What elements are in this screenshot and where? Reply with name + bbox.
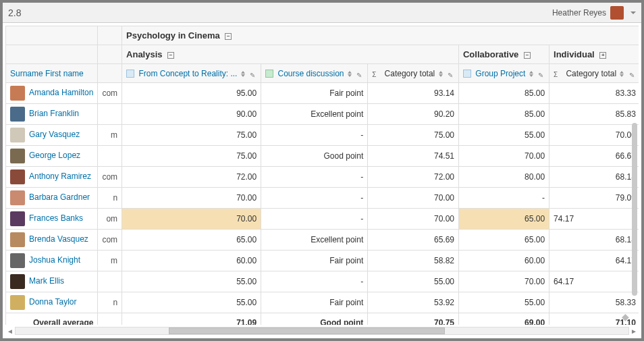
overall-cat-a: 70.75 xyxy=(434,318,454,325)
grade-cell[interactable]: 64.17 xyxy=(549,251,639,271)
grade-cell[interactable]: 74.17 xyxy=(549,209,639,230)
student-name-link[interactable]: George Lopez xyxy=(29,151,80,160)
scroll-left-icon[interactable]: ◄ xyxy=(5,326,15,336)
grade-cell[interactable]: 70.00 xyxy=(368,188,459,209)
grade-cell[interactable]: 58.82 xyxy=(368,251,459,271)
category-header-row: Analysis − Collaborative − Individual + xyxy=(6,45,639,64)
edit-icon[interactable] xyxy=(250,70,257,77)
grade-cell[interactable]: 64.17 xyxy=(549,271,639,292)
user-avatar xyxy=(610,6,624,20)
grade-cell[interactable]: 95.00 xyxy=(122,83,261,104)
student-name-link[interactable]: Donna Taylor xyxy=(29,297,77,307)
edit-icon[interactable] xyxy=(356,70,363,77)
grade-cell[interactable]: - xyxy=(261,209,368,230)
grade-cell[interactable]: 85.00 xyxy=(458,83,549,104)
grade-cell[interactable]: 70.00 xyxy=(122,209,261,230)
grade-cell[interactable]: Good point xyxy=(261,146,368,167)
student-name-link[interactable]: Joshua Knight xyxy=(29,255,80,265)
collapse-icon[interactable]: − xyxy=(167,52,174,59)
user-menu[interactable]: Heather Reyes xyxy=(552,6,636,20)
grade-cell[interactable]: 68.18 xyxy=(549,167,639,188)
grade-cell[interactable]: 66.67 xyxy=(549,146,639,167)
sort-icon[interactable] xyxy=(529,71,533,77)
grade-cell[interactable]: 68.18 xyxy=(549,230,639,251)
grade-cell[interactable]: 70.00 xyxy=(122,188,261,209)
grade-cell[interactable]: 58.33 xyxy=(549,292,639,313)
grade-cell[interactable]: 70.00 xyxy=(458,146,549,167)
student-name-link[interactable]: Barbara Gardner xyxy=(29,192,90,202)
student-name-link[interactable]: Gary Vasquez xyxy=(29,130,80,139)
sort-icon[interactable] xyxy=(439,71,443,77)
student-name-link[interactable]: Frances Banks xyxy=(29,213,83,223)
grade-cell[interactable]: 93.14 xyxy=(368,83,459,104)
grade-cell[interactable]: 72.00 xyxy=(122,167,261,188)
grade-cell[interactable]: 83.33 xyxy=(549,83,639,104)
expand-icon[interactable]: + xyxy=(599,52,606,59)
item-discussion-link[interactable]: Course discussion xyxy=(278,69,344,78)
grade-cell[interactable]: 80.00 xyxy=(458,167,549,188)
grade-cell[interactable]: 74.51 xyxy=(368,146,459,167)
grade-cell[interactable]: 55.00 xyxy=(122,271,261,292)
grade-cell[interactable]: 72.00 xyxy=(368,167,459,188)
edit-icon[interactable] xyxy=(448,70,454,77)
grade-cell[interactable]: 65.00 xyxy=(458,209,549,230)
grade-cell[interactable]: 75.00 xyxy=(122,146,261,167)
sort-icon[interactable] xyxy=(241,71,245,77)
student-avatar xyxy=(10,86,25,101)
grade-cell[interactable]: - xyxy=(261,167,368,188)
grade-cell[interactable]: 55.00 xyxy=(458,125,549,146)
student-name-link[interactable]: Anthony Ramirez xyxy=(29,172,91,181)
edit-icon[interactable] xyxy=(538,70,545,77)
grade-cell[interactable]: 65.00 xyxy=(122,230,261,251)
grade-cell[interactable]: Excellent point xyxy=(261,104,368,125)
horizontal-scrollbar[interactable]: ◄ ► xyxy=(5,326,639,336)
grade-cell[interactable]: 55.00 xyxy=(458,292,549,313)
sort-surname-link[interactable]: Surname xyxy=(10,69,43,78)
grade-cell[interactable]: - xyxy=(261,271,368,292)
sort-icon[interactable] xyxy=(620,71,624,77)
grade-cell[interactable]: 53.92 xyxy=(368,292,459,313)
forum-icon xyxy=(265,70,273,78)
grade-cell[interactable]: - xyxy=(261,188,368,209)
grade-cell[interactable]: Fair point xyxy=(261,251,368,271)
category-collaborative: Collaborative xyxy=(463,49,518,59)
grade-cell[interactable]: 90.00 xyxy=(122,104,261,125)
grade-cell[interactable]: 85.83 xyxy=(549,104,639,125)
student-name-link[interactable]: Amanda Hamilton xyxy=(29,88,93,97)
grade-cell[interactable]: 70.00 xyxy=(458,271,549,292)
grade-cell[interactable]: 75.00 xyxy=(122,125,261,146)
grade-cell[interactable]: - xyxy=(458,188,549,209)
sort-firstname-link[interactable]: First name xyxy=(45,69,84,78)
grade-cell[interactable]: Excellent point xyxy=(261,230,368,251)
grade-cell[interactable]: 79.09 xyxy=(549,188,639,209)
student-avatar xyxy=(10,107,25,122)
item-group-project-link[interactable]: Group Project xyxy=(475,69,525,78)
sort-icon[interactable] xyxy=(348,71,352,77)
student-row: Joshua Knightm60.00Fair point58.8260.006… xyxy=(6,251,639,271)
student-name-link[interactable]: Mark Ellis xyxy=(29,276,64,286)
grade-cell[interactable]: Fair point xyxy=(261,292,368,313)
student-name-link[interactable]: Brian Franklin xyxy=(29,109,79,118)
grade-cell[interactable]: 60.00 xyxy=(458,251,549,271)
item-concept-link[interactable]: From Concept to Reality: ... xyxy=(138,69,237,78)
grade-cell[interactable]: 70.00 xyxy=(549,125,639,146)
scroll-right-icon[interactable]: ► xyxy=(629,326,639,336)
grade-cell[interactable]: 55.00 xyxy=(122,292,261,313)
collapse-icon[interactable]: − xyxy=(524,52,531,59)
email-fragment: com xyxy=(98,167,122,188)
grade-cell[interactable]: 60.00 xyxy=(122,251,261,271)
grade-cell[interactable]: 55.00 xyxy=(368,271,459,292)
vertical-scrollbar[interactable] xyxy=(632,57,637,311)
gradebook-grid[interactable]: Psychology in Cinema − Analysis − Collab… xyxy=(5,26,639,325)
grade-cell[interactable]: 90.20 xyxy=(368,104,459,125)
student-row: Frances Banksom70.00-70.0065.0074.17Excl… xyxy=(6,209,639,230)
grade-cell[interactable]: 75.00 xyxy=(368,125,459,146)
student-name-link[interactable]: Brenda Vasquez xyxy=(29,234,88,244)
grade-cell[interactable]: 85.00 xyxy=(458,104,549,125)
grade-cell[interactable]: - xyxy=(261,125,368,146)
grade-cell[interactable]: Fair point xyxy=(261,83,368,104)
collapse-icon[interactable]: − xyxy=(225,33,232,40)
grade-cell[interactable]: 70.00 xyxy=(368,209,459,230)
grade-cell[interactable]: 65.00 xyxy=(458,230,549,251)
grade-cell[interactable]: 65.69 xyxy=(368,230,459,251)
